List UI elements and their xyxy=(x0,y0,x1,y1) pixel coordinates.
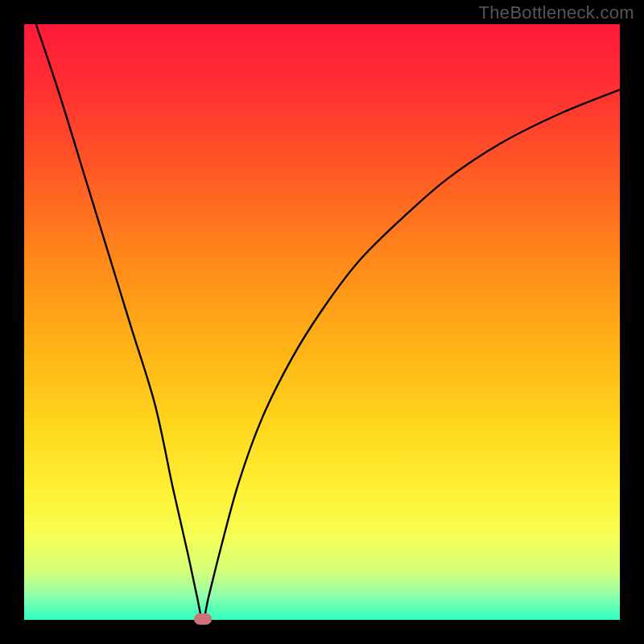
minimum-marker-icon xyxy=(194,613,212,625)
gradient-background xyxy=(24,24,620,620)
bottleneck-chart xyxy=(24,24,620,620)
plot-area xyxy=(24,24,620,620)
chart-frame: TheBottleneck.com xyxy=(0,0,644,644)
watermark-text: TheBottleneck.com xyxy=(479,2,634,23)
